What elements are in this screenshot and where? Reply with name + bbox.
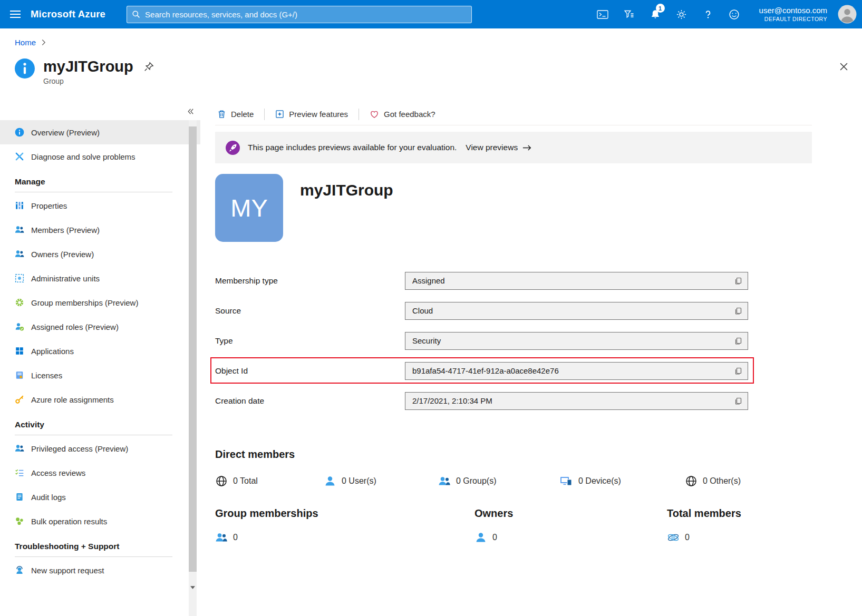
account-info[interactable]: user@contoso.com DEFAULT DIRECTORY [759,5,827,23]
source-value[interactable]: Cloud [405,302,748,320]
preview-banner: This page includes previews available fo… [215,132,812,163]
field-value: b91afa54-4717-41ef-912a-a0ace8e42e76 [412,366,559,375]
trash-icon [217,110,226,119]
topbar-actions: 1 user@contoso.com DEFAULT DIRECTORY [589,0,862,28]
sidebar-item-overview[interactable]: Overview (Preview) [0,120,200,144]
stat-others[interactable]: 0 Other(s) [685,475,741,487]
stat-devices[interactable]: 0 Device(s) [559,475,685,487]
global-search [127,6,472,23]
sidebar-item-owners[interactable]: Owners (Preview) [0,242,200,266]
sidebar-item-diagnose[interactable]: Diagnose and solve problems [0,144,200,169]
sidebar-item-members[interactable]: Members (Preview) [0,218,200,242]
copy-icon [734,307,742,315]
people-icon [15,444,24,453]
search-input[interactable] [127,6,472,23]
settings-button[interactable] [669,0,695,28]
cloud-shell-button[interactable] [589,0,616,28]
administrative-units-icon [15,273,24,283]
notification-badge: 1 [656,4,665,13]
feedback-button[interactable] [721,0,748,28]
support-icon [15,565,24,575]
sidebar-item-assigned-roles[interactable]: Assigned roles (Preview) [0,315,200,339]
summary-owners[interactable]: Owners 0 [474,507,667,544]
group-icon [215,531,228,544]
delete-label: Delete [231,110,254,119]
sidebar-item-new-support-request[interactable]: New support request [0,558,200,582]
field-row-type: Type Security [215,326,812,356]
scroll-down-arrow-icon[interactable] [189,583,197,592]
sidebar-item-label: Audit logs [31,493,66,502]
copy-button[interactable] [731,304,745,318]
sidebar: Overview (Preview) Diagnose and solve pr… [0,120,200,616]
sidebar-item-bulk-operation-results[interactable]: Bulk operation results [0,509,200,533]
object-id-value[interactable]: b91afa54-4717-41ef-912a-a0ace8e42e76 [405,362,748,380]
settings-gear-icon [676,9,687,20]
preview-features-label: Preview features [289,110,348,119]
sidebar-item-properties[interactable]: Properties [0,193,200,218]
feedback-link[interactable]: Got feedback? [367,110,438,119]
azure-brand[interactable]: Microsoft Azure [31,8,105,20]
sidebar-item-access-reviews[interactable]: Access reviews [0,461,200,485]
stat-users[interactable]: 0 User(s) [324,475,438,487]
sidebar-section-manage: Manage [15,177,172,192]
sidebar-item-label: Licenses [31,371,62,380]
sidebar-item-label: Group memberships (Preview) [31,298,138,307]
membership-type-value[interactable]: Assigned [405,272,748,290]
preview-features-icon [275,110,284,119]
scrollbar-thumb[interactable] [189,126,197,572]
sidebar-item-applications[interactable]: Applications [0,339,200,363]
sidebar-item-label: New support request [31,566,104,575]
view-previews-label: View previews [466,143,518,152]
page-title: myJITGroup [43,58,133,75]
sidebar-item-privileged-access[interactable]: Privileged access (Preview) [0,436,200,461]
stat-groups[interactable]: 0 Group(s) [438,475,559,487]
breadcrumb: Home [15,38,46,47]
menu-icon[interactable] [0,0,31,28]
creation-date-value[interactable]: 2/17/2021, 2:10:34 PM [405,392,748,410]
sidebar-item-licenses[interactable]: Licenses [0,363,200,387]
collapse-sidebar-button[interactable] [183,105,197,118]
sidebar-item-label: Applications [31,347,74,356]
delete-button[interactable]: Delete [215,110,256,119]
help-button[interactable] [695,0,721,28]
divider [359,109,359,120]
people-icon [15,225,24,234]
sidebar-item-label: Administrative units [31,274,100,283]
summary-total-members[interactable]: Total members 0 [667,507,741,544]
group-icon [438,475,451,487]
sidebar-item-azure-role-assignments[interactable]: Azure role assignments [0,387,200,412]
avatar[interactable] [832,0,862,28]
preview-features-button[interactable]: Preview features [273,110,350,119]
sidebar-scrollbar[interactable] [189,120,197,616]
banner-message: This page includes previews available fo… [248,143,457,152]
sidebar-section-activity: Activity [15,420,172,435]
tools-icon [15,152,24,161]
field-value: Assigned [412,276,445,285]
stat-label: 0 User(s) [342,476,376,486]
notifications-button[interactable]: 1 [642,0,669,28]
sidebar-item-audit-logs[interactable]: Audit logs [0,485,200,509]
stat-total[interactable]: 0 Total [215,475,324,487]
pin-button[interactable] [144,62,154,72]
sidebar-item-admin-units[interactable]: Administrative units [0,266,200,290]
breadcrumb-home-link[interactable]: Home [15,38,36,47]
directory-filter-button[interactable] [616,0,642,28]
sidebar-item-group-memberships[interactable]: Group memberships (Preview) [0,290,200,315]
field-label: Object Id [215,366,405,376]
sidebar-item-label: Bulk operation results [31,517,107,526]
copy-button[interactable] [731,273,745,288]
view-previews-link[interactable]: View previews [466,143,532,152]
close-blade-button[interactable] [839,62,848,71]
copy-button[interactable] [731,364,745,378]
field-label: Source [215,306,405,316]
copy-button[interactable] [731,334,745,348]
field-row-object-id: Object Id b91afa54-4717-41ef-912a-a0ace8… [215,356,812,386]
type-value[interactable]: Security [405,332,748,350]
copy-button[interactable] [731,394,745,408]
sidebar-item-label: Properties [31,201,67,210]
field-value: 2/17/2021, 2:10:34 PM [412,396,492,405]
summary-group-memberships[interactable]: Group memberships 0 [215,507,474,544]
field-value: Security [412,336,441,345]
stat-label: 0 Device(s) [578,476,621,486]
copy-icon [734,397,742,405]
